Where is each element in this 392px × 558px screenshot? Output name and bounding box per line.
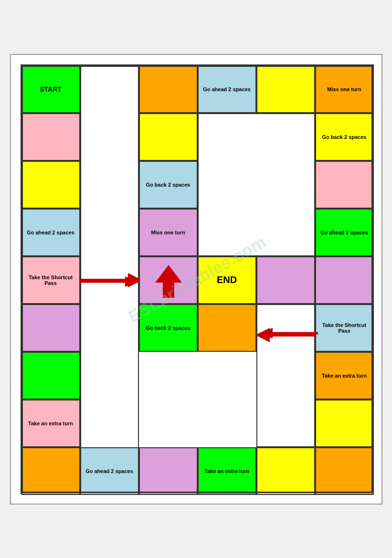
cell-r9c1	[21, 447, 80, 495]
cell-r6c1	[21, 304, 80, 352]
svg-marker-9	[258, 328, 273, 338]
svg-marker-7	[125, 276, 139, 287]
cell-r7c1	[21, 352, 80, 400]
inner-center-top	[198, 113, 315, 256]
cell-shortcut-left: Take the Shortcut Pass	[21, 256, 80, 304]
inner-left-gap	[80, 65, 139, 447]
cell-r2c1	[21, 113, 80, 161]
arrow-up-icon-top	[154, 263, 183, 299]
shortcut-arrow-right	[244, 326, 318, 340]
cell-go-ahead-left: Go ahead 2 spaces	[21, 209, 80, 256]
svg-marker-5	[155, 265, 182, 298]
cell-r3c1	[21, 161, 80, 209]
shortcut-arrow-left	[80, 274, 142, 289]
cell-extra-turn-left: Take an extra turn	[21, 400, 80, 447]
cell-start: START	[21, 65, 80, 113]
game-board: ESLprintables.com START Go ahead 2 space…	[21, 64, 374, 494]
board-wrapper: ESLprintables.com START Go ahead 2 space…	[10, 54, 382, 505]
